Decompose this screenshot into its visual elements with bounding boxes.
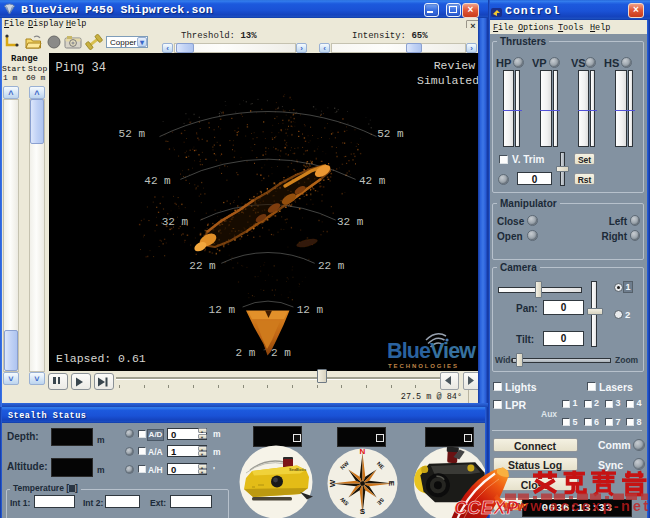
svg-text:SW: SW [339, 496, 350, 507]
svg-text:52 m: 52 m [119, 128, 146, 140]
svg-text:NW: NW [339, 459, 350, 470]
svg-text:12 m: 12 m [297, 304, 324, 316]
svg-text:Review: Review [434, 59, 476, 72]
svg-text:Ping 34: Ping 34 [56, 61, 106, 75]
svg-text:W: W [328, 479, 337, 487]
svg-text:E: E [387, 481, 396, 487]
svg-text:N: N [360, 447, 366, 456]
svg-text:Simulated: Simulated [417, 74, 479, 87]
svg-text:TECHNOLOGIES: TECHNOLOGIES [388, 363, 459, 369]
svg-text:42 m: 42 m [144, 175, 171, 187]
svg-text:22 m: 22 m [189, 260, 216, 272]
svg-text:32 m: 32 m [337, 216, 364, 228]
svg-text:12 m: 12 m [209, 304, 236, 316]
svg-text:2 m: 2 m [236, 347, 256, 359]
svg-text:NE: NE [376, 461, 386, 471]
svg-text:32 m: 32 m [162, 216, 189, 228]
svg-text:SE: SE [376, 497, 386, 507]
svg-text:Elapsed: 0.61: Elapsed: 0.61 [56, 352, 146, 365]
svg-text:42 m: 42 m [359, 175, 386, 187]
svg-text:SeaBotix: SeaBotix [289, 467, 307, 472]
svg-text:52 m: 52 m [377, 128, 404, 140]
svg-text:22 m: 22 m [318, 260, 345, 272]
svg-text:BlueView: BlueView [387, 339, 476, 363]
svg-text:2 m: 2 m [271, 347, 291, 359]
svg-text:S: S [360, 507, 366, 516]
